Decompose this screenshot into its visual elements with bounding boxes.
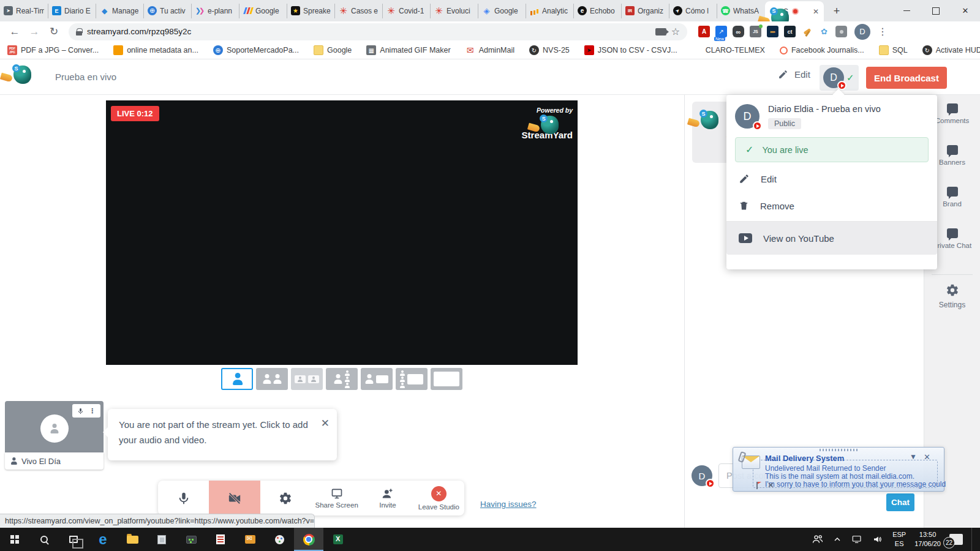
taskbar-search-icon[interactable] [29, 528, 59, 551]
browser-tab[interactable]: Manage [96, 4, 143, 18]
forward-button[interactable]: → [26, 23, 43, 40]
chat-button[interactable]: Chat [886, 493, 914, 511]
settings-button[interactable] [260, 481, 311, 515]
browser-tab[interactable]: Spreake [287, 4, 334, 18]
tooltip-close-icon[interactable]: ✕ [321, 415, 330, 432]
bookmark-item[interactable]: SoporteMercadoPa... [213, 45, 299, 55]
show-desktop-strip[interactable] [971, 528, 974, 551]
bookmark-item[interactable]: online metadata an... [113, 45, 198, 55]
layout-news-button[interactable] [396, 368, 428, 390]
taskbar-excel-icon[interactable] [323, 528, 353, 551]
flag-icon[interactable] [756, 482, 763, 489]
browser-tab[interactable]: Evoluci [430, 4, 478, 18]
browser-tab[interactable]: Analytic [526, 4, 573, 18]
mute-button[interactable] [158, 481, 209, 515]
network-icon[interactable] [851, 534, 863, 545]
url-text[interactable]: streamyard.com/rpzq985y2c [87, 27, 650, 36]
invite-button[interactable]: Invite [362, 481, 413, 515]
popup-close-icon[interactable]: ✕ [924, 452, 930, 462]
bookmark-item[interactable]: Animated GIF Maker [366, 45, 450, 55]
menu-item-edit[interactable]: Edit [726, 168, 937, 189]
bookmark-item[interactable]: Google [314, 45, 352, 55]
camera-indicator-icon[interactable] [655, 28, 666, 36]
invid-icon[interactable] [767, 26, 778, 37]
end-broadcast-button[interactable]: End Broadcast [866, 67, 947, 89]
browser-tab[interactable]: Organiz [621, 4, 669, 18]
layout-fullscreen-button[interactable] [431, 368, 462, 390]
popup-grip-icon[interactable] [820, 449, 858, 451]
browser-tab[interactable]: Echobo [573, 4, 621, 18]
bookmark-item[interactable]: AdminMail [466, 45, 514, 55]
mask-icon[interactable] [733, 26, 744, 37]
browser-tab[interactable]: Casos e [334, 4, 382, 18]
clock[interactable]: 13:50 17/06/20 [914, 530, 941, 549]
window-maximize-button[interactable] [921, 0, 951, 21]
bookmark-item[interactable]: Facebook Journalis... [780, 46, 864, 54]
puzzle-icon[interactable] [835, 26, 847, 37]
notifications-icon[interactable]: 22 [949, 534, 963, 545]
delete-icon[interactable]: ✕ [767, 481, 774, 490]
browser-tab[interactable]: Google [478, 4, 526, 18]
browser-tab-active[interactable]: S ✕ [765, 1, 824, 21]
browser-tab[interactable]: Tu activ [143, 4, 191, 18]
bookmark-item[interactable]: SQL [879, 45, 908, 55]
bookmark-item[interactable]: PDF a JPG – Conver... [7, 45, 99, 55]
new-badge-icon[interactable] [715, 26, 727, 37]
volume-icon[interactable] [872, 534, 884, 545]
having-issues-link[interactable]: Having issues? [480, 500, 537, 509]
taskbar-grid-red-icon[interactable] [206, 528, 235, 551]
feather-icon[interactable] [818, 26, 830, 37]
pdf-icon[interactable] [698, 26, 710, 37]
taskbar-paint-icon[interactable] [265, 528, 294, 551]
bookmark-item[interactable]: JSON to CSV - CSVJ... [584, 45, 677, 55]
mail-notification-popup[interactable]: Mail Delivery System Undelivered Mail Re… [733, 447, 944, 492]
taskbar-chrome-icon[interactable] [294, 528, 323, 551]
taskbar-edge-icon[interactable] [88, 528, 118, 551]
layout-solo-button[interactable] [221, 368, 253, 390]
leave-studio-button[interactable]: ✕ Leave Studio [413, 481, 464, 515]
tab-close-icon[interactable]: ✕ [813, 7, 819, 16]
taskbar-taskview-icon[interactable] [59, 528, 88, 551]
browser-tab[interactable]: e-plann [191, 4, 239, 18]
popup-options-icon[interactable]: ▼ [910, 452, 917, 461]
browser-tab[interactable]: Covid-1 [382, 4, 430, 18]
destination-chip[interactable]: D ✓ [820, 65, 859, 91]
js-icon[interactable] [750, 26, 761, 37]
taskbar-folder-icon[interactable] [118, 528, 147, 551]
bookmark-star-icon[interactable]: ☆ [671, 26, 680, 37]
tray-expand-icon[interactable] [832, 534, 842, 544]
camera-off-button[interactable] [209, 481, 260, 515]
ct-icon[interactable] [784, 26, 796, 37]
share-screen-button[interactable]: Share Screen [311, 481, 362, 515]
people-icon[interactable] [812, 533, 824, 545]
bookmark-item[interactable]: NVS-25 [529, 45, 570, 55]
browser-tab[interactable]: Diario E [48, 4, 96, 18]
language-indicator[interactable]: ESP ES [892, 530, 906, 549]
mic-icon[interactable] [77, 407, 84, 415]
browser-menu-icon[interactable]: ⋮ [873, 26, 892, 37]
taskbar-box-icon[interactable] [147, 528, 176, 551]
menu-item-remove[interactable]: Remove [726, 195, 937, 216]
taskbar-start-icon[interactable] [0, 528, 29, 551]
hammer-icon[interactable] [801, 26, 813, 37]
browser-tab[interactable]: Real-Tim [0, 4, 48, 18]
browser-tab[interactable]: Cómo l [669, 4, 717, 18]
menu-item-view-on-youtube[interactable]: View on YouTube [726, 222, 937, 255]
reload-button[interactable]: ↻ [45, 23, 62, 40]
address-bar[interactable]: streamyard.com/rpzq985y2c ☆ [69, 23, 687, 40]
window-close-button[interactable]: ✕ [951, 0, 980, 21]
rail-tab-settings[interactable]: Settings [924, 283, 980, 310]
layout-small-split-button[interactable] [291, 368, 323, 390]
edit-broadcast-button[interactable]: Edit [778, 69, 810, 80]
mail-popup-title[interactable]: Mail Delivery System [765, 454, 844, 463]
new-tab-button[interactable]: + [827, 2, 846, 20]
taskbar-outlook-icon[interactable] [235, 528, 265, 551]
bookmark-item[interactable]: CLARO-TELMEX [692, 45, 765, 55]
taskbar-remote-icon[interactable] [176, 528, 206, 551]
layout-split-button[interactable] [256, 368, 288, 390]
tile-menu-icon[interactable]: ⋮ [89, 407, 96, 415]
browser-tab[interactable]: Google [239, 4, 287, 18]
participant-tile[interactable]: ⋮ Vivo El Día [5, 401, 104, 470]
participant-video[interactable]: ⋮ [5, 401, 104, 452]
browser-tab[interactable]: WhatsA [717, 4, 764, 18]
